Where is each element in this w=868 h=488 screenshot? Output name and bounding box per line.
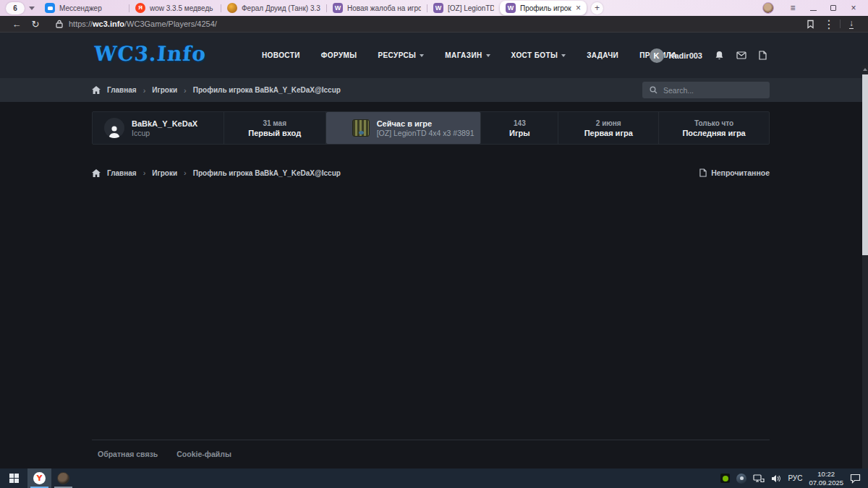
wc3-favicon-icon: W [333, 3, 343, 13]
toolbar-divider [840, 20, 841, 28]
notifications-bell-icon[interactable] [715, 51, 724, 61]
start-button[interactable] [0, 468, 27, 488]
chevron-down-icon [420, 54, 424, 57]
breadcrumb-bar: Главная › Игроки › Профиль игрока BaBkA_… [0, 78, 868, 102]
tab-counter-button[interactable]: 6 [6, 2, 25, 14]
stat-label: Первая игра [584, 129, 633, 137]
close-tab-icon[interactable]: × [576, 4, 581, 12]
unread-filter-button[interactable]: Непрочитанное [699, 168, 770, 177]
breadcrumb-separator: › [143, 168, 146, 177]
tab-player-profile-active[interactable]: W Профиль игрока BaBk × [500, 1, 587, 15]
browser-profile-avatar[interactable] [762, 2, 774, 14]
secondary-breadcrumb-row: Главная › Игроки › Профиль игрока BaBkA_… [92, 168, 770, 177]
user-menu[interactable]: K Kadir003 [650, 48, 702, 63]
scrollbar-up-arrow[interactable] [862, 65, 868, 73]
player-identity: BaBkA_Y_KeDaX Iccup [93, 112, 224, 144]
breadcrumb-players[interactable]: Игроки [152, 169, 177, 177]
unread-label: Непрочитанное [711, 168, 770, 177]
nvidia-tray-icon[interactable] [720, 474, 730, 483]
breadcrumb-separator: › [184, 86, 187, 95]
chevron-down-icon [561, 54, 566, 57]
nav-item-resources[interactable]: РЕСУРСЫ [378, 51, 424, 59]
breadcrumb-players[interactable]: Игроки [152, 86, 177, 94]
volume-icon[interactable] [771, 474, 781, 483]
stat-label: Игры [509, 129, 530, 137]
taskbar-yandex-browser[interactable]: Y [27, 468, 51, 488]
chevron-down-icon [486, 54, 490, 57]
url-scheme: https:// [69, 20, 93, 28]
nav-label: МАГАЗИН [445, 51, 482, 59]
breadcrumb-separator: › [143, 86, 146, 95]
action-center-icon[interactable] [850, 474, 861, 484]
now-playing-game: [OZ] LegionTD 4x4 x3 #3891 [377, 129, 475, 137]
reload-button[interactable]: ↻ [26, 20, 45, 29]
nav-item-shop[interactable]: МАГАЗИН [445, 51, 490, 59]
tab-messenger[interactable]: Мессенджер [39, 1, 129, 15]
windows-taskbar: Y РУС 10:22 07.09.2025 [0, 468, 868, 488]
search-box[interactable] [642, 82, 770, 98]
site-logo[interactable]: WC3.Info [93, 42, 207, 66]
lock-icon [55, 20, 64, 28]
stat-value: 2 июня [596, 119, 621, 127]
stat-first-game: 2 июня Первая игра [558, 112, 659, 144]
breadcrumb-home[interactable]: Главная [107, 86, 137, 94]
toolbar-more-icon[interactable]: ⋮ [820, 17, 838, 31]
breadcrumb-current: Профиль игрока BaBkA_Y_KeDaX@Iccup [193, 86, 341, 94]
home-icon[interactable] [92, 86, 101, 94]
downloads-button[interactable]: ↓ [842, 19, 861, 29]
tab-list-chevron-icon[interactable] [25, 2, 39, 14]
nav-item-forums[interactable]: ФОРУМЫ [321, 51, 357, 59]
player-summary-card: BaBkA_Y_KeDaX Iccup 31 мая Первый вход С… [92, 111, 770, 145]
breadcrumb-separator: › [184, 168, 187, 177]
url-path: /WC3Game/Players/4254/ [124, 20, 217, 28]
window-close-button[interactable]: × [843, 1, 864, 14]
footer-link-cookies[interactable]: Cookie-файлы [176, 450, 231, 458]
breadcrumb-home[interactable]: Главная [107, 169, 137, 177]
content-doc-icon[interactable] [759, 51, 767, 60]
window-restore-button[interactable] [823, 1, 843, 14]
wc3-favicon-icon: W [506, 3, 516, 13]
footer-link-feedback[interactable]: Обратная связь [98, 450, 158, 458]
tab-yandex-search[interactable]: Я wow 3.3.5 медведь — Янд [129, 1, 221, 15]
browser-tab-bar: 6 Мессенджер Я wow 3.3.5 медведь — Янд Ф… [0, 0, 868, 16]
page-content: WC3.Info НОВОСТИ ФОРУМЫ РЕСУРСЫ МАГАЗИН … [0, 33, 868, 468]
nav-item-tasks[interactable]: ЗАДАЧИ [587, 51, 618, 59]
tab-complaint[interactable]: W Новая жалоба на игрока [327, 1, 427, 15]
network-icon[interactable] [753, 474, 765, 483]
stat-label: Последняя игра [682, 129, 745, 137]
back-button[interactable]: ← [7, 20, 26, 29]
browser-toolbar: ← ↻ https://wc3.info/WC3Game/Players/425… [0, 16, 868, 33]
nav-item-news[interactable]: НОВОСТИ [262, 51, 300, 59]
language-indicator[interactable]: РУС [788, 474, 802, 482]
address-bar[interactable]: https://wc3.info/WC3Game/Players/4254/ [45, 20, 801, 28]
new-tab-button[interactable]: + [591, 2, 603, 14]
home-icon[interactable] [92, 169, 101, 177]
stat-games-count: 143 Игры [481, 112, 558, 144]
system-tray: РУС 10:22 07.09.2025 [720, 468, 868, 488]
browser-menu-icon[interactable]: ≡ [783, 1, 803, 14]
steam-tray-icon[interactable] [736, 474, 746, 484]
breadcrumb: Главная › Игроки › Профиль игрока BaBkA_… [92, 168, 341, 177]
stat-now-playing[interactable]: Сейчас в игре [OZ] LegionTD 4x4 x3 #3891 [326, 112, 482, 144]
search-input[interactable] [663, 86, 750, 95]
window-controls: ≡ × [762, 1, 864, 14]
tab-feral-druid[interactable]: Ферал Друид (Танк) 3.3.5 [221, 1, 326, 15]
taskbar-clock[interactable]: 10:22 07.09.2025 [809, 470, 843, 487]
tab-counter-value: 6 [13, 4, 17, 12]
breadcrumb-current: Профиль игрока BaBkA_Y_KeDaX@Iccup [193, 169, 341, 177]
bookmark-icon[interactable] [801, 20, 820, 29]
tab-label: Профиль игрока BaBk [520, 4, 571, 12]
legiontd-map-icon [352, 119, 370, 137]
tab-label: Новая жалоба на игрока [347, 4, 421, 12]
clock-date: 07.09.2025 [809, 479, 843, 487]
messages-envelope-icon[interactable] [736, 51, 746, 59]
scrollbar-thumb[interactable] [862, 74, 868, 255]
tab-legiontd-game[interactable]: W [OZ] LegionTD 4x4 x3 #38 [427, 1, 500, 15]
taskbar-app-2[interactable] [51, 468, 75, 488]
search-icon [650, 86, 658, 94]
nav-item-hostbots[interactable]: ХОСТ БОТЫ [511, 51, 566, 59]
window-minimize-button[interactable] [803, 1, 823, 14]
nav-label: РЕСУРСЫ [378, 51, 416, 59]
nav-label: НОВОСТИ [262, 51, 300, 59]
page-scrollbar[interactable] [862, 65, 868, 488]
